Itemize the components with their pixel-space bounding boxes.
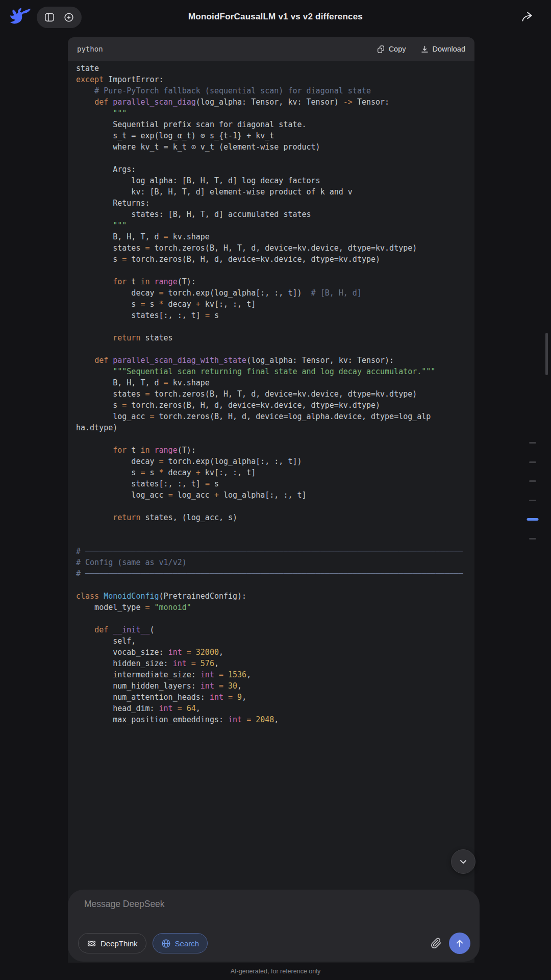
scroll-to-bottom-button[interactable]: [451, 849, 475, 874]
code-line: [76, 501, 466, 512]
code-card: python Copy: [68, 37, 474, 963]
top-bar: MonoidForCausalLM v1 vs v2 differences: [0, 0, 551, 33]
code-line: state: [76, 63, 466, 74]
code-line: log_alpha: [B, H, T, d] log decay factor…: [76, 175, 466, 186]
code-line: class MonoidConfig(PretrainedConfig):: [76, 591, 466, 602]
code-line: num_hidden_layers: int = 30,: [76, 680, 466, 692]
code-line: B, H, T, d = kv.shape: [76, 231, 466, 242]
chevron-down-icon: [457, 855, 469, 868]
deepthink-toggle[interactable]: DeepThink: [78, 933, 146, 953]
download-icon: [420, 45, 429, 54]
scroll-marker[interactable]: [529, 461, 536, 463]
scroll-marker[interactable]: [529, 480, 536, 482]
paperclip-icon[interactable]: [430, 937, 443, 950]
code-line: # Pure-PyTorch fallback (sequential scan…: [76, 85, 466, 96]
send-button[interactable]: [449, 933, 470, 954]
code-line: self,: [76, 635, 466, 647]
code-line: decay = torch.exp(log_alpha[:, :, t]): [76, 456, 466, 467]
download-label: Download: [433, 45, 466, 53]
code-line: """Sequential scan returning final state…: [76, 366, 466, 377]
globe-icon: [161, 939, 171, 948]
code-line: [76, 534, 466, 546]
code-line: vocab_size: int = 32000,: [76, 647, 466, 658]
code-line: log_acc = log_acc + log_alpha[:, :, t]: [76, 489, 466, 501]
composer-controls: DeepThink Search: [78, 933, 470, 953]
share-icon[interactable]: [520, 10, 534, 23]
code-line: hidden_size: int = 576,: [76, 658, 466, 669]
code-line: Args:: [76, 164, 466, 175]
scroll-marker[interactable]: [529, 442, 536, 444]
scroll-marker[interactable]: [529, 500, 536, 501]
code-line: [76, 321, 466, 332]
code-line: s = torch.zeros(B, H, d, device=kv.devic…: [76, 400, 466, 411]
code-line: states[:, :, t] = s: [76, 478, 466, 489]
code-line: [76, 523, 466, 534]
code-line: states = torch.zeros(B, H, T, d, device=…: [76, 388, 466, 400]
code-line: def parallel_scan_diag(log_alpha: Tensor…: [76, 96, 466, 108]
search-toggle[interactable]: Search: [153, 933, 208, 953]
scrollbar-thumb[interactable]: [545, 333, 548, 375]
code-line: [76, 613, 466, 624]
code-line: log_acc = torch.zeros(B, H, d, device=lo…: [76, 411, 466, 422]
code-line: s = torch.zeros(B, H, d, device=kv.devic…: [76, 254, 466, 265]
scroll-marker-rail: [523, 439, 542, 546]
code-line: kv: [B, H, T, d] element-wise product of…: [76, 186, 466, 198]
code-line: except ImportError:: [76, 74, 466, 85]
code-line: [76, 579, 466, 591]
arrow-up-icon: [454, 938, 465, 949]
code-actions: Copy Download: [377, 45, 465, 54]
code-line: [76, 433, 466, 445]
scroll-marker-active[interactable]: [527, 518, 539, 521]
code-line: intermediate_size: int = 1536,: [76, 669, 466, 680]
message-input[interactable]: [83, 898, 463, 922]
code-line: Returns:: [76, 198, 466, 209]
copy-icon: [377, 45, 385, 54]
code-line: [76, 153, 466, 164]
code-line: def parallel_scan_diag_with_state(log_al…: [76, 355, 466, 366]
code-line: Sequential prefix scan for diagonal stat…: [76, 119, 466, 130]
code-line: s = s * decay + kv[:, :, t]: [76, 467, 466, 478]
code-line: model_type = "monoid": [76, 602, 466, 613]
atom-icon: [87, 939, 96, 948]
code-line: where kv_t = k_t ⊙ v_t (element-wise pro…: [76, 141, 466, 153]
code-line: return states, (log_acc, s): [76, 512, 466, 523]
copy-button[interactable]: Copy: [377, 45, 406, 54]
code-language-label: python: [77, 45, 103, 53]
disclaimer-text: AI-generated, for reference only: [0, 968, 551, 975]
code-line: for t in range(T):: [76, 445, 466, 456]
deepthink-label: DeepThink: [101, 939, 138, 948]
code-line: states = torch.zeros(B, H, T, d, device=…: [76, 242, 466, 254]
code-line: [76, 265, 466, 276]
code-line: states: [B, H, T, d] accumulated states: [76, 209, 466, 220]
code-line: B, H, T, d = kv.shape: [76, 377, 466, 388]
download-button[interactable]: Download: [420, 45, 466, 54]
code-line: states[:, :, t] = s: [76, 310, 466, 321]
code-line: # Config (same as v1/v2): [76, 557, 466, 568]
code-line: # ──────────────────────────────────────…: [76, 568, 466, 579]
copy-label: Copy: [389, 45, 406, 53]
code-line: num_attention_heads: int = 9,: [76, 692, 466, 703]
code-header: python Copy: [68, 37, 474, 61]
code-line: [76, 344, 466, 355]
code-line: s_t = exp(log_α_t) ⊙ s_{t-1} + kv_t: [76, 130, 466, 141]
code-line: decay = torch.exp(log_alpha[:, :, t]) # …: [76, 287, 466, 299]
scroll-marker[interactable]: [529, 538, 536, 540]
code-line: head_dim: int = 64,: [76, 703, 466, 714]
code-line: ha.dtype): [76, 422, 466, 433]
code-line: # ──────────────────────────────────────…: [76, 546, 466, 557]
code-line: def __init__(: [76, 624, 466, 635]
code-line: max_position_embeddings: int = 2048,: [76, 714, 466, 725]
message-composer: DeepThink Search: [68, 890, 480, 962]
code-line: """: [76, 220, 466, 231]
deepseek-chat-page: MonoidForCausalLM v1 vs v2 differences p…: [0, 0, 551, 980]
code-line: for t in range(T):: [76, 276, 466, 287]
code-line: return states: [76, 332, 466, 344]
code-line: s = s * decay + kv[:, :, t]: [76, 299, 466, 310]
search-label: Search: [175, 939, 199, 948]
code-content[interactable]: stateexcept ImportError: # Pure-PyTorch …: [68, 61, 474, 733]
page-title: MonoidForCausalLM v1 vs v2 differences: [0, 12, 551, 22]
code-line: """: [76, 108, 466, 119]
